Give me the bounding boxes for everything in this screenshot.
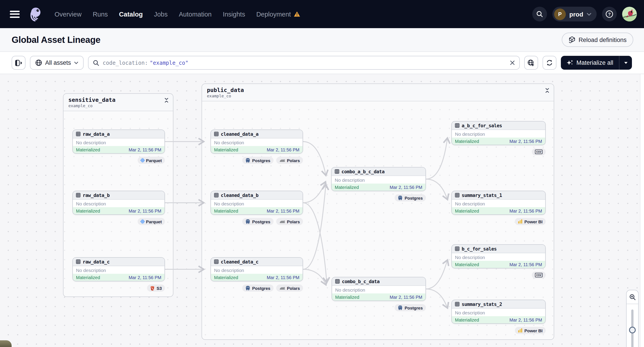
search-query-value: "example_co" <box>150 60 188 66</box>
materialize-options-button[interactable] <box>619 56 632 70</box>
asset-description: No description <box>73 200 164 207</box>
asset-name: a_b_c_for_sales <box>462 123 502 128</box>
table-icon <box>76 193 80 197</box>
tag-polars[interactable]: Polars <box>276 218 303 225</box>
asset-node-raw-data-b[interactable]: raw_data_b No description MaterializedMa… <box>72 191 165 215</box>
environment-avatar: P <box>554 8 566 20</box>
parquet-icon <box>140 158 145 163</box>
materialize-all-button[interactable]: Materialize all <box>561 56 632 70</box>
tag-postgres[interactable]: Postgres <box>395 304 426 311</box>
nav-automation[interactable]: Automation <box>179 10 212 18</box>
table-icon <box>76 132 80 136</box>
asset-description: No description <box>211 266 302 274</box>
tag-csv[interactable]: csv <box>532 272 546 279</box>
group-name: public_data <box>207 87 244 94</box>
zoom-in-button[interactable] <box>626 290 638 304</box>
clear-search-button[interactable] <box>510 60 515 65</box>
asset-node-summary-stats-2[interactable]: summary_stats_2 No description Materiali… <box>452 300 546 324</box>
collapse-group-button[interactable] <box>164 96 168 103</box>
tag-polars[interactable]: Polars <box>276 285 303 292</box>
svg-text:?: ? <box>608 12 611 16</box>
group-header[interactable]: sensitive_data example_co <box>64 94 173 111</box>
asset-name: combo_a_b_c_data <box>342 169 384 174</box>
nav-overview[interactable]: Overview <box>54 10 82 18</box>
asset-tags: Postgres <box>395 304 426 311</box>
tag-postgres[interactable]: Postgres <box>242 285 274 292</box>
lineage-toolbar: All assets code_location:"example_co" <box>0 52 644 74</box>
user-avatar[interactable] <box>622 7 637 21</box>
collapse-group-button[interactable] <box>545 87 549 93</box>
table-icon <box>455 247 460 251</box>
asset-tags: csv <box>532 272 546 279</box>
table-icon <box>335 279 340 284</box>
asset-node-summary-stats-1[interactable]: summary_stats_1 No description Materiali… <box>452 191 546 215</box>
filter-scope-button[interactable] <box>524 56 538 70</box>
asset-node-cleaned-data-a[interactable]: cleaned_data_a No description Materializ… <box>210 129 303 154</box>
tag-postgres[interactable]: Postgres <box>242 157 274 164</box>
tag-power-bi[interactable]: Power BI <box>515 327 546 334</box>
table-icon <box>455 123 460 128</box>
materialization-time: Mar 2, 11:56 PM <box>267 275 300 280</box>
table-icon <box>455 302 460 306</box>
asset-tags: Parquet <box>138 218 165 225</box>
asset-node-cleaned-data-b[interactable]: cleaned_data_b No description Materializ… <box>210 191 303 215</box>
nav-deployment[interactable]: Deployment <box>256 10 300 18</box>
asset-node-combo-b-c-data[interactable]: combo_b_c_data No description Materializ… <box>332 277 426 301</box>
materialized-status: Materialized <box>455 317 479 322</box>
tag-parquet[interactable]: Parquet <box>138 218 165 225</box>
menu-icon[interactable] <box>10 10 20 18</box>
lineage-canvas[interactable]: sensitive_data example_co public_data ex… <box>0 74 644 347</box>
dagster-logo[interactable] <box>27 5 44 22</box>
asset-node-a-b-c-for-sales[interactable]: a_b_c_for_sales No description Materiali… <box>452 121 546 145</box>
environment-name: prod <box>569 10 583 18</box>
asset-tags: Postgres Polars <box>242 157 303 164</box>
group-header[interactable]: public_data example_co <box>202 84 554 101</box>
page-title: Global Asset Lineage <box>12 35 100 45</box>
search-input[interactable]: code_location:"example_co" <box>88 56 520 70</box>
tag-postgres[interactable]: Postgres <box>395 194 426 201</box>
nav-jobs[interactable]: Jobs <box>154 10 168 18</box>
tag-s3[interactable]: S3 <box>147 285 165 292</box>
help-button[interactable]: ? <box>602 7 617 21</box>
nav-runs[interactable]: Runs <box>93 10 108 18</box>
zoom-slider[interactable] <box>626 304 638 347</box>
tag-polars[interactable]: Polars <box>276 157 303 164</box>
sidebar-toggle-button[interactable] <box>12 56 26 70</box>
group-name: sensitive_data <box>68 96 116 103</box>
deployment-warning-icon <box>294 11 300 17</box>
dagster-app: Overview Runs Catalog Jobs Automation In… <box>0 0 644 347</box>
materialized-status: Materialized <box>214 275 238 280</box>
polars-icon <box>279 220 285 224</box>
tag-parquet[interactable]: Parquet <box>138 157 165 164</box>
asset-node-b-c-for-sales[interactable]: b_c_for_sales No description Materialize… <box>452 244 546 268</box>
nav-catalog[interactable]: Catalog <box>119 10 143 18</box>
asset-node-raw-data-a[interactable]: raw_data_a No description MaterializedMa… <box>72 129 165 154</box>
polars-icon <box>279 286 285 290</box>
tag-power-bi[interactable]: Power BI <box>515 218 546 225</box>
nav-deployment-label: Deployment <box>256 10 291 18</box>
environment-switcher[interactable]: P prod <box>552 7 597 21</box>
asset-name: combo_b_c_data <box>342 279 380 284</box>
minimap[interactable] <box>0 340 12 347</box>
asset-scope-dropdown[interactable]: All assets <box>30 56 84 70</box>
postgres-icon <box>246 286 250 291</box>
nav-insights[interactable]: Insights <box>223 10 245 18</box>
reload-definitions-button[interactable]: Reload definitions <box>562 32 633 47</box>
materialize-all-main[interactable]: Materialize all <box>561 56 619 70</box>
asset-node-combo-a-b-c-data[interactable]: combo_a_b_c_data No description Material… <box>331 167 426 191</box>
asset-node-cleaned-data-c[interactable]: cleaned_data_c No description Materializ… <box>210 257 303 281</box>
materialize-all-label: Materialize all <box>576 59 614 66</box>
table-icon <box>214 132 218 136</box>
zoom-slider-handle[interactable] <box>629 327 636 334</box>
global-search-button[interactable] <box>532 7 547 21</box>
materialization-time: Mar 2, 11:56 PM <box>267 208 300 213</box>
tag-csv[interactable]: csv <box>532 148 546 155</box>
asset-description: No description <box>452 200 545 207</box>
s3-icon <box>150 286 155 291</box>
reload-definitions-label: Reload definitions <box>578 36 626 43</box>
navbar-right: P prod ? <box>532 7 637 21</box>
dagster-octopus-icon <box>27 5 44 22</box>
asset-node-raw-data-c[interactable]: raw_data_c No description MaterializedMa… <box>72 257 165 281</box>
tag-postgres[interactable]: Postgres <box>242 218 274 225</box>
refresh-button[interactable] <box>542 56 556 70</box>
